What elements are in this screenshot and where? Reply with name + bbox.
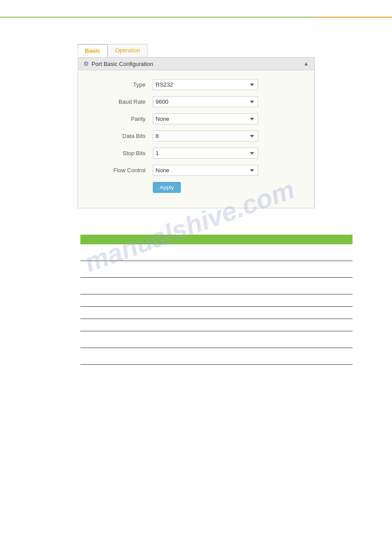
port-basic-config-panel: ⚙ Port Basic Configuration ▲ Type RS232 … bbox=[78, 57, 315, 208]
data-bits-control: 8 7 6 5 bbox=[153, 131, 301, 141]
table-line-7 bbox=[80, 331, 352, 348]
stop-bits-label: Stop Bits bbox=[91, 150, 153, 156]
table-line-4 bbox=[80, 294, 352, 307]
baud-rate-select[interactable]: 9600 1200 2400 4800 19200 38400 57600 11… bbox=[153, 96, 258, 107]
data-bits-row: Data Bits 8 7 6 5 bbox=[91, 131, 301, 141]
panel-header: ⚙ Port Basic Configuration ▲ bbox=[78, 58, 314, 70]
type-label: Type bbox=[91, 81, 153, 88]
tabs-nav: Basic Operation bbox=[78, 44, 315, 57]
top-border bbox=[0, 17, 392, 18]
table-line-8 bbox=[80, 348, 352, 365]
table-line-1 bbox=[80, 244, 352, 261]
tab-basic[interactable]: Basic bbox=[78, 44, 108, 57]
stop-bits-control: 1 1.5 2 bbox=[153, 148, 301, 159]
parity-label: Parity bbox=[91, 116, 153, 122]
tab-container: Basic Operation ⚙ Port Basic Configurati… bbox=[78, 44, 315, 208]
panel-title: Port Basic Configuration bbox=[92, 61, 153, 67]
apply-row: Apply bbox=[91, 182, 301, 193]
stop-bits-row: Stop Bits 1 1.5 2 bbox=[91, 148, 301, 159]
apply-button[interactable]: Apply bbox=[153, 182, 181, 193]
type-row: Type RS232 RS485 RS422 bbox=[91, 79, 301, 90]
data-bits-select[interactable]: 8 7 6 5 bbox=[153, 131, 258, 141]
parity-row: Parity None Even Odd Mark Space bbox=[91, 113, 301, 124]
collapse-icon[interactable]: ▲ bbox=[304, 61, 309, 67]
green-bar bbox=[80, 235, 352, 244]
table-line-6 bbox=[80, 319, 352, 331]
type-control: RS232 RS485 RS422 bbox=[153, 79, 301, 90]
type-select[interactable]: RS232 RS485 RS422 bbox=[153, 79, 258, 90]
flow-control-label: Flow Control bbox=[91, 167, 153, 174]
panel-body: Type RS232 RS485 RS422 Baud Rate 9600 12… bbox=[78, 70, 314, 208]
parity-select[interactable]: None Even Odd Mark Space bbox=[153, 113, 258, 124]
flow-control-select[interactable]: None RTS/CTS XON/XOFF bbox=[153, 165, 258, 176]
table-line-5 bbox=[80, 307, 352, 319]
baud-rate-label: Baud Rate bbox=[91, 98, 153, 105]
baud-rate-control: 9600 1200 2400 4800 19200 38400 57600 11… bbox=[153, 96, 301, 107]
panel-header-left: ⚙ Port Basic Configuration bbox=[83, 60, 153, 67]
stop-bits-select[interactable]: 1 1.5 2 bbox=[153, 148, 258, 159]
gear-icon: ⚙ bbox=[83, 60, 89, 67]
baud-rate-row: Baud Rate 9600 1200 2400 4800 19200 3840… bbox=[91, 96, 301, 107]
data-bits-label: Data Bits bbox=[91, 133, 153, 139]
table-line-2 bbox=[80, 261, 352, 278]
parity-control: None Even Odd Mark Space bbox=[153, 113, 301, 124]
table-section bbox=[80, 244, 352, 365]
apply-wrapper: Apply bbox=[153, 182, 301, 193]
green-bar-wrapper bbox=[0, 235, 392, 244]
table-line-3 bbox=[80, 278, 352, 294]
flow-control-control: None RTS/CTS XON/XOFF bbox=[153, 165, 301, 176]
flow-control-row: Flow Control None RTS/CTS XON/XOFF bbox=[91, 165, 301, 176]
tab-operation[interactable]: Operation bbox=[108, 44, 147, 57]
